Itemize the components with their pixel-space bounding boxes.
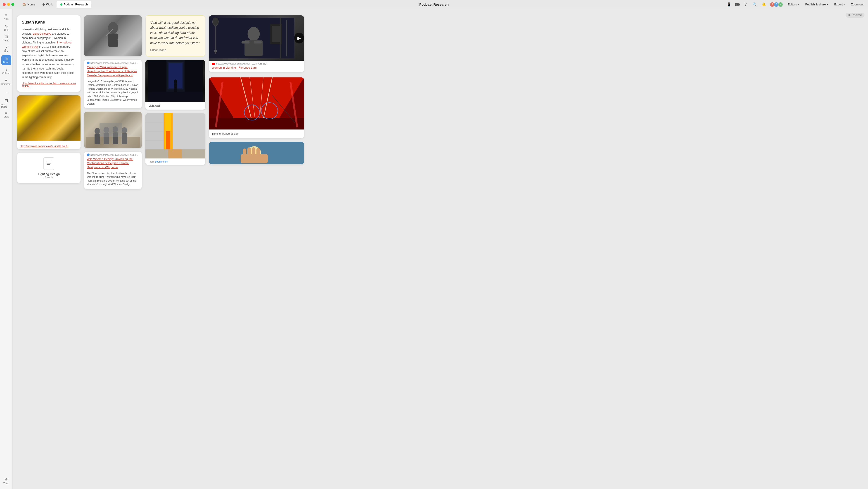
sidebar-item-comment[interactable]: ≡ Comment xyxy=(1,77,11,87)
portrait-image xyxy=(84,16,142,56)
lighting-design-title: Lighting Design xyxy=(38,172,60,176)
avatar-3: M xyxy=(778,2,783,7)
svg-rect-58 xyxy=(209,118,304,130)
light-collective-link[interactable]: Light Collective xyxy=(33,32,51,35)
draw-icon: ✏ xyxy=(5,111,8,115)
wiki-card-1[interactable]: https://www.archdaily.com/955712/wiki-wo… xyxy=(84,60,142,108)
svg-rect-40 xyxy=(214,50,217,52)
wiki-url-1: https://www.archdaily.com/955712/wiki-wo… xyxy=(84,60,142,65)
susan-kane-card[interactable]: Susan Kane International lighting design… xyxy=(17,16,81,92)
column-icon: ⫶ xyxy=(5,68,7,71)
light-wall-card[interactable]: Light wall xyxy=(146,60,205,110)
svg-rect-10 xyxy=(95,134,100,144)
fullscreen-button[interactable] xyxy=(11,3,14,6)
traffic-lights xyxy=(3,3,14,6)
hand-light-card[interactable] xyxy=(209,142,304,164)
svg-rect-24 xyxy=(174,83,177,92)
sidebar-item-link[interactable]: ⊙ Link xyxy=(1,23,11,33)
app-body: ≡ Note ⊙ Link ☑ To-do ╱ Line ⊞ Board ⫶ C… xyxy=(0,9,868,489)
doc-icon xyxy=(43,157,54,170)
sidebar-item-trash[interactable]: 🗑 Trash xyxy=(1,476,11,486)
svg-rect-2 xyxy=(46,163,51,164)
light-wall-caption: Light wall xyxy=(146,102,205,110)
tab-work[interactable]: Work xyxy=(39,1,57,8)
link-icon: ⊙ xyxy=(5,24,8,28)
svg-rect-68 xyxy=(252,147,255,155)
video-title[interactable]: Women in Lighting - Florence Lam xyxy=(209,66,304,72)
tab-podcast[interactable]: Podcast Research xyxy=(57,1,91,8)
svg-rect-43 xyxy=(242,41,250,44)
intl-womens-day-link[interactable]: International Women's Day xyxy=(22,41,72,49)
sidebar: ≡ Note ⊙ Link ☑ To-do ╱ Line ⊞ Board ⫶ C… xyxy=(0,9,13,489)
svg-point-23 xyxy=(174,80,177,84)
svg-rect-3 xyxy=(46,164,50,165)
lighting-design-subtitle: 2 words xyxy=(44,176,53,179)
column-4: ▶ https://www.youtube.com/watch?v=E2z5PG… xyxy=(209,16,304,189)
svg-rect-22 xyxy=(148,92,203,102)
sidebar-item-board[interactable]: ⊞ Board xyxy=(1,55,11,65)
canvas[interactable]: 0 Unsorted Susan Kane International ligh… xyxy=(13,9,868,489)
wiki-card-2[interactable]: https://www.archdaily.com/955712/wiki-wo… xyxy=(84,152,142,189)
toolbar-right: 📱 21 ? 🔍 🔔 S J M Editors ▾ Publish & sha… xyxy=(726,1,865,8)
editors-button[interactable]: Editors ▾ xyxy=(786,2,801,7)
svg-rect-36 xyxy=(168,149,182,159)
export-button[interactable]: Export ▾ xyxy=(833,2,847,7)
podcast-dot xyxy=(60,3,62,6)
work-dot xyxy=(42,3,45,6)
hotel-card[interactable]: Hotel entrance design xyxy=(209,78,304,138)
more-icon: ··· xyxy=(5,91,8,95)
sidebar-item-more[interactable]: ··· xyxy=(1,88,11,98)
bell-icon[interactable]: 🔔 xyxy=(761,1,767,8)
from-google-label: From google.com xyxy=(146,159,205,165)
susan-kane-body: International lighting designers and lig… xyxy=(22,27,76,80)
tab-bar: 🏠 Home Work Podcast Research xyxy=(19,0,91,9)
sidebar-bottom: 🗑 Trash xyxy=(1,476,11,486)
video-url: https://www.youtube.com/watch?v=E2z5PG8F… xyxy=(209,61,304,66)
gold-image-card[interactable]: https://unsplash.com/photos/cSudd9EKgPU xyxy=(17,95,81,149)
tab-podcast-label: Podcast Research xyxy=(64,3,88,6)
tab-work-label: Work xyxy=(46,3,53,6)
annotation-circle-2 xyxy=(261,102,278,119)
device-icon[interactable]: 📱 xyxy=(726,1,732,8)
avatars-group: S J M xyxy=(770,2,783,7)
zoom-button[interactable]: Zoom out xyxy=(849,2,865,7)
wiki-link-title-1[interactable]: Gallery of Wiki Women Design: Unlocking … xyxy=(84,65,142,80)
wiki-icon-2 xyxy=(87,153,90,156)
svg-rect-1 xyxy=(46,162,51,162)
minimize-button[interactable] xyxy=(7,3,10,6)
quote-card[interactable]: "And with it all, good design's not abou… xyxy=(146,16,205,56)
orange-glow-card[interactable]: From google.com xyxy=(146,113,205,165)
hotel-image xyxy=(209,78,304,130)
hotel-caption: Hotel entrance design xyxy=(209,130,304,138)
wiki-link-title-2[interactable]: Wiki Women Design: Unlocking the Contrib… xyxy=(84,157,142,171)
old-photo-image xyxy=(84,112,142,148)
sidebar-item-column[interactable]: ⫶ Column xyxy=(1,66,11,76)
sidebar-item-line[interactable]: ╱ Line xyxy=(1,45,11,54)
unsorted-badge: 0 Unsorted xyxy=(846,13,864,18)
close-button[interactable] xyxy=(3,3,6,6)
unsplash-link[interactable]: https://unsplash.com/photos/cSudd9EKgPU xyxy=(17,143,81,149)
old-photo-card[interactable] xyxy=(84,112,142,148)
play-button[interactable]: ▶ xyxy=(294,33,304,44)
column-1: Susan Kane International lighting design… xyxy=(17,16,81,189)
svg-rect-17 xyxy=(99,123,122,137)
quote-attribution: Susan Kane xyxy=(150,48,200,52)
sidebar-item-todo[interactable]: ☑ To-do xyxy=(1,33,11,44)
title-bar: 🏠 Home Work Podcast Research Podcast Res… xyxy=(0,0,868,9)
tab-home[interactable]: 🏠 Home xyxy=(19,1,39,8)
video-card[interactable]: ▶ https://www.youtube.com/watch?v=E2z5PG… xyxy=(209,16,304,72)
search-icon[interactable]: 🔍 xyxy=(751,1,758,8)
page-title: Podcast Research xyxy=(419,2,449,6)
sidebar-item-add-image[interactable]: 🖼 Add image xyxy=(1,99,11,109)
google-link[interactable]: google.com xyxy=(155,160,168,163)
gold-image-container xyxy=(17,95,81,141)
publish-share-button[interactable]: Publish & share ▾ xyxy=(803,2,830,7)
sidebar-item-note[interactable]: ≡ Note xyxy=(1,12,11,22)
portrait-card[interactable] xyxy=(84,16,142,56)
susan-kane-link[interactable]: https://www.thelightreviewonline.com/wom… xyxy=(22,82,76,87)
lighting-design-card[interactable]: Lighting Design 2 words xyxy=(17,153,81,183)
sidebar-item-draw[interactable]: ✏ Draw xyxy=(1,110,11,119)
help-icon[interactable]: ? xyxy=(742,1,749,8)
chevron-down-icon-2: ▾ xyxy=(827,3,828,6)
notification-badge[interactable]: 21 xyxy=(735,3,740,6)
